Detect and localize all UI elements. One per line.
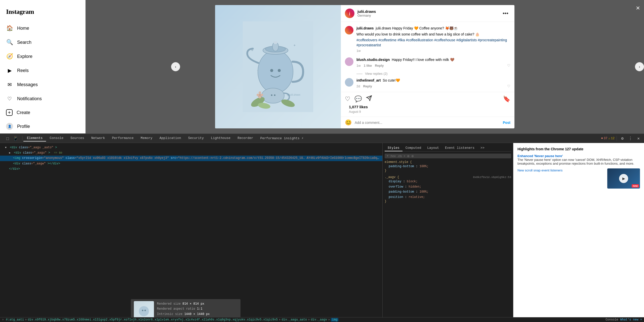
expand-icon[interactable] bbox=[9, 151, 12, 155]
devtools-right-icons: ✖ 37 ⚠ 12 ⚙ ⋮ ✕ bbox=[601, 135, 642, 142]
sidebar-item-search[interactable]: 🔍 Search bbox=[3, 36, 82, 49]
css-property-line: padding-bottom : 100%; bbox=[385, 164, 511, 169]
inspect-element-button[interactable]: ⬚ bbox=[4, 135, 11, 142]
tab-sources[interactable]: Sources bbox=[67, 135, 88, 141]
styles-panel: Styles Computed Layout Event listeners >… bbox=[382, 143, 513, 317]
tab-event-listeners[interactable]: Event listeners bbox=[442, 145, 477, 151]
html-selected-element[interactable]: <img crossorigin="anonymous" class="x5yr… bbox=[0, 156, 382, 161]
tab-performance-insights[interactable]: Performance insights ⚡ bbox=[257, 135, 307, 142]
next-post-button[interactable]: › bbox=[635, 62, 644, 71]
device-toggle-button[interactable]: 📱 bbox=[12, 135, 19, 142]
post-image-container: ✦ ✦ ✦ bbox=[215, 5, 341, 128]
tab-memory[interactable]: Memory bbox=[137, 135, 156, 141]
play-button[interactable]: ▶ bbox=[619, 174, 628, 183]
post-location: Germany bbox=[357, 14, 498, 17]
post-author-username[interactable]: julii.draws bbox=[357, 9, 498, 14]
tab-performance[interactable]: Performance bbox=[108, 135, 137, 141]
scroll-snap-link[interactable]: New scroll snap event listeners bbox=[517, 168, 604, 172]
sidebar-item-home[interactable]: 🏠 Home bbox=[3, 22, 82, 35]
comment-reply-button[interactable]: Reply bbox=[375, 63, 384, 68]
tab-more-styles[interactable]: >> bbox=[477, 145, 488, 151]
comment-username[interactable]: inthelineof_art bbox=[356, 78, 381, 82]
comment-like-icon[interactable]: ♡ bbox=[507, 84, 510, 89]
comment-time: 1w bbox=[356, 63, 361, 68]
feature-scroll-snap: New scroll snap event listeners ▶ new bbox=[517, 168, 640, 189]
save-button[interactable]: 🔖 bbox=[503, 95, 510, 102]
comment-row: blush.studio.design Happy Friday!! I lov… bbox=[345, 57, 510, 68]
comment-button[interactable]: 💬 bbox=[354, 95, 362, 102]
tab-layout[interactable]: Layout bbox=[424, 145, 442, 151]
svg-point-18 bbox=[259, 91, 261, 94]
feature-title[interactable]: Enhanced 'Never pause here' bbox=[517, 154, 640, 158]
css-close-brace: } bbox=[385, 169, 511, 172]
comments-scroll-area[interactable]: j julii.draws julii.draws Happy Friday 🧡… bbox=[341, 22, 514, 92]
post-comment-button[interactable]: Post bbox=[503, 121, 510, 125]
share-button[interactable] bbox=[366, 95, 372, 103]
post-author-avatar: j bbox=[345, 9, 354, 18]
close-devtools-button[interactable]: ✕ bbox=[635, 135, 642, 142]
tab-network[interactable]: Network bbox=[88, 135, 109, 141]
html-element-line[interactable]: <div class="_aagu _aato" > bbox=[0, 145, 382, 150]
tab-console[interactable]: Console bbox=[46, 135, 67, 141]
sidebar-item-create[interactable]: + Create bbox=[3, 106, 82, 119]
home-icon: 🏠 bbox=[6, 25, 13, 32]
emoji-picker-button[interactable]: 😊 bbox=[345, 119, 352, 126]
post-more-button[interactable]: ••• bbox=[501, 9, 510, 18]
breadcrumb-item-selected[interactable]: img bbox=[331, 318, 338, 321]
breadcrumb-item[interactable]: div._aagv bbox=[311, 318, 327, 321]
expand-icon[interactable] bbox=[5, 146, 8, 150]
sidebar-item-reels[interactable]: ▶ Reels bbox=[3, 64, 82, 77]
html-element-line[interactable]: <div class="_aagu" > == $0 bbox=[0, 150, 382, 156]
caption-extra: Who would you love to drink some coffee … bbox=[356, 32, 510, 37]
tab-security[interactable]: Security bbox=[185, 135, 207, 141]
sidebar-item-explore[interactable]: 🧭 Explore bbox=[3, 50, 82, 63]
comment-like-icon[interactable]: ♡ bbox=[507, 63, 510, 68]
modal-overlay[interactable]: × ‹ › bbox=[86, 0, 644, 133]
comment-text: So cute!🧡 bbox=[383, 78, 400, 82]
comment-username[interactable]: blush.studio.design bbox=[356, 58, 390, 62]
tab-application[interactable]: Application bbox=[156, 135, 185, 141]
styles-filter-input[interactable] bbox=[390, 154, 509, 158]
sidebar: Instagram 🏠 Home 🔍 Search 🧭 Explore ▶ Re… bbox=[0, 0, 86, 133]
css-property-line: padding-bottom : 100%; bbox=[385, 189, 511, 194]
sidebar-item-profile[interactable]: 👤 Profile bbox=[3, 120, 82, 133]
like-button[interactable]: ♡ bbox=[345, 95, 350, 102]
sidebar-item-notifications[interactable]: ♡ Notifications bbox=[3, 92, 82, 105]
video-thumbnail[interactable]: ▶ new bbox=[607, 168, 640, 189]
breadcrumb-item[interactable]: #:atg_aati bbox=[6, 318, 24, 321]
close-modal-button[interactable]: × bbox=[636, 4, 640, 12]
tab-lighthouse[interactable]: Lighthouse bbox=[207, 135, 234, 141]
caption-username[interactable]: julii.draws bbox=[356, 26, 374, 30]
css-selector: ._aagv { bbox=[385, 175, 399, 179]
tab-styles[interactable]: Styles bbox=[385, 145, 403, 151]
comment-input[interactable] bbox=[355, 121, 500, 125]
elements-panel[interactable]: <div class="_aagu _aato" > <div class="_… bbox=[0, 143, 382, 317]
tab-recorder[interactable]: Recorder bbox=[234, 135, 257, 141]
comment-avatar bbox=[345, 57, 353, 66]
create-icon: + bbox=[6, 109, 13, 116]
html-element-line[interactable]: <div class="_aagw" ></div> bbox=[0, 161, 382, 166]
sidebar-item-notifications-label: Notifications bbox=[17, 96, 42, 101]
likes-count: 1,077 likes bbox=[345, 105, 510, 110]
breadcrumb-item[interactable]: div._aagu_aato bbox=[281, 318, 307, 321]
svg-text:✦: ✦ bbox=[257, 69, 259, 73]
tab-elements[interactable]: Elements bbox=[23, 135, 46, 141]
breadcrumb-item[interactable]: div.x9f619.xjbqb8w.x78zum5.x168nmei.x13l… bbox=[28, 318, 278, 321]
tab-computed[interactable]: Computed bbox=[403, 145, 424, 151]
html-element-line[interactable]: </div> bbox=[0, 166, 382, 172]
comment-likes: 1 like bbox=[364, 63, 372, 68]
comment-meta: 2d Reply ♡ bbox=[356, 84, 510, 89]
customize-button[interactable]: ⋮ bbox=[627, 135, 634, 142]
settings-button[interactable]: ⚙ bbox=[619, 135, 626, 142]
whats-new-panel: Highlights from the Chrome 127 update En… bbox=[513, 143, 644, 317]
app-wrapper: Instagram 🏠 Home 🔍 Search 🧭 Explore ▶ Re… bbox=[0, 0, 644, 133]
console-tab-btn[interactable]: What's new × bbox=[620, 318, 642, 321]
css-close-brace: } bbox=[385, 200, 511, 203]
post-header: j julii.draws Germany ••• bbox=[341, 5, 514, 22]
caption-meta: 1w bbox=[356, 49, 510, 53]
prev-post-button[interactable]: ‹ bbox=[171, 62, 180, 71]
comment-reply-button[interactable]: Reply bbox=[363, 84, 372, 89]
svg-point-20 bbox=[261, 94, 263, 96]
view-replies-button[interactable]: View replies (2) bbox=[345, 72, 510, 76]
sidebar-item-messages[interactable]: ✉ Messages bbox=[3, 78, 82, 91]
